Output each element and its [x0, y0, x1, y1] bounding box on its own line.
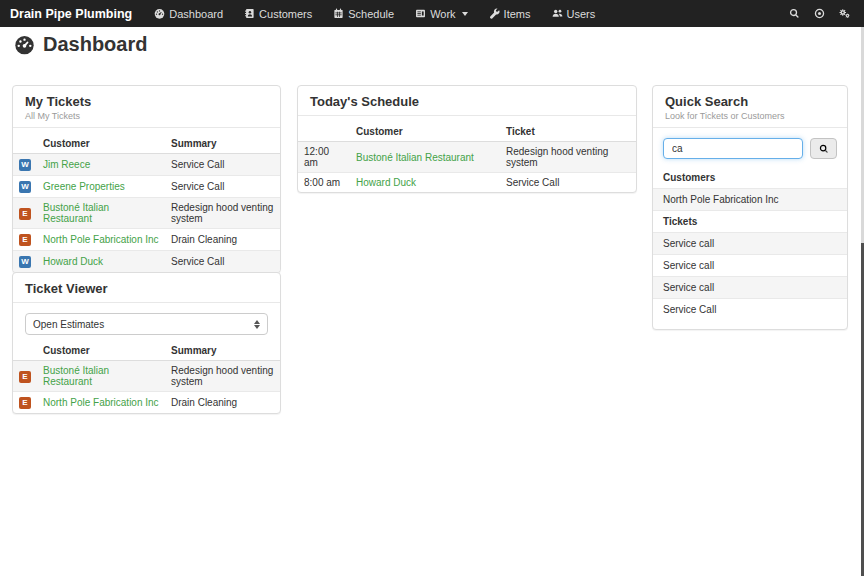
search-result-customer[interactable]: North Pole Fabrication Inc: [653, 188, 847, 210]
nav-label: Dashboard: [169, 8, 223, 20]
customers-icon: [244, 8, 255, 19]
ticket-type-badge: E: [19, 397, 31, 409]
items-icon: [489, 8, 500, 19]
nav-item-schedule[interactable]: Schedule: [333, 8, 394, 20]
nav-label: Work: [430, 8, 455, 20]
page-title: Dashboard: [43, 33, 147, 56]
card-header: My Tickets All My Tickets: [13, 86, 280, 128]
search-result-ticket[interactable]: Service call: [653, 254, 847, 276]
nav-item-users[interactable]: Users: [552, 8, 596, 20]
search-icon: [819, 144, 829, 154]
brand-link[interactable]: Drain Pipe Plumbing: [0, 7, 146, 21]
nav-item-items[interactable]: Items: [489, 8, 531, 20]
dot-circle-icon: [814, 8, 825, 19]
customer-link[interactable]: North Pole Fabrication Inc: [43, 397, 159, 408]
dashboard-icon: [154, 8, 165, 19]
navbar-settings-button[interactable]: [839, 8, 850, 19]
card-subtitle: All My Tickets: [25, 111, 268, 121]
card-header: Today's Schedule: [298, 86, 636, 116]
card-header: Quick Search Look for Tickets or Custome…: [653, 86, 847, 128]
quick-search-card: Quick Search Look for Tickets or Custome…: [652, 85, 848, 330]
ticket-type-badge: E: [19, 234, 31, 246]
customer-link[interactable]: Jim Reece: [43, 159, 90, 170]
quick-search-input[interactable]: [663, 138, 803, 159]
ticket-summary: Service Call: [165, 251, 280, 273]
customer-link[interactable]: Howard Duck: [43, 256, 103, 267]
nav-item-customers[interactable]: Customers: [244, 8, 312, 20]
table-row: W Greene Properties Service Call: [13, 176, 280, 198]
nav-item-dashboard[interactable]: Dashboard: [154, 8, 223, 20]
search-result-ticket[interactable]: Service call: [653, 232, 847, 254]
nav-label: Customers: [259, 8, 312, 20]
table-row: W Howard Duck Service Call: [13, 251, 280, 273]
ticket-filter-select[interactable]: Open Estimates: [25, 313, 268, 335]
top-navbar: Drain Pipe Plumbing Dashboard Customers …: [0, 0, 864, 27]
table-header-row: Customer Summary: [13, 134, 280, 154]
ticket-summary: Service Call: [165, 154, 280, 176]
card-title: Today's Schedule: [310, 94, 624, 109]
schedule-time: 12:00 am: [298, 142, 350, 173]
ticket-viewer-card: Ticket Viewer Open Estimates Customer Su…: [12, 272, 281, 414]
table-row: E North Pole Fabrication Inc Drain Clean…: [13, 392, 280, 414]
quick-search-bar: [663, 138, 837, 159]
card-header: Ticket Viewer: [13, 273, 280, 303]
table-row: E Bustoné Italian Restaurant Redesign ho…: [13, 361, 280, 392]
search-result-ticket[interactable]: Service Call: [653, 298, 847, 320]
navbar-search-button[interactable]: [789, 8, 800, 19]
nav-label: Items: [504, 8, 531, 20]
my-tickets-card: My Tickets All My Tickets Customer Summa…: [12, 85, 281, 273]
ticket-summary: Redesign hood venting system: [165, 198, 280, 229]
cogs-icon: [839, 8, 850, 19]
ticket-viewer-table: Customer Summary E Bustoné Italian Resta…: [13, 341, 280, 413]
ticket-type-badge: E: [19, 371, 31, 383]
navbar-right-tools: [789, 8, 864, 19]
ticket-summary: Redesign hood venting system: [500, 142, 636, 173]
column-header: Ticket: [500, 122, 636, 142]
customer-link[interactable]: North Pole Fabrication Inc: [43, 234, 159, 245]
nav-label: Schedule: [348, 8, 394, 20]
chevron-down-icon: [462, 12, 468, 16]
customer-link[interactable]: Howard Duck: [356, 177, 416, 188]
dashboard-icon: [14, 34, 35, 55]
column-header: Customer: [350, 122, 500, 142]
table-row: W Jim Reece Service Call: [13, 154, 280, 176]
column-header: Summary: [165, 341, 280, 361]
navbar-target-button[interactable]: [814, 8, 825, 19]
ticket-summary: Drain Cleaning: [165, 392, 280, 414]
work-icon: [415, 8, 426, 19]
table-row: 8:00 am Howard Duck Service Call: [298, 173, 636, 193]
card-subtitle: Look for Tickets or Customers: [665, 111, 835, 121]
dashboard-page: Drain Pipe Plumbing Dashboard Customers …: [0, 0, 864, 576]
ticket-type-badge: W: [19, 256, 31, 268]
card-title: My Tickets: [25, 94, 268, 109]
quick-search-button[interactable]: [810, 138, 837, 159]
ticket-summary: Service Call: [500, 173, 636, 193]
table-row: 12:00 am Bustoné Italian Restaurant Rede…: [298, 142, 636, 173]
table-row: E North Pole Fabrication Inc Drain Clean…: [13, 229, 280, 251]
ticket-type-badge: E: [19, 208, 31, 220]
table-header-row: Customer Ticket: [298, 122, 636, 142]
results-section-header: Customers: [653, 167, 847, 188]
ticket-summary: Redesign hood venting system: [165, 361, 280, 392]
schedule-icon: [333, 8, 344, 19]
customer-link[interactable]: Greene Properties: [43, 181, 125, 192]
nav-item-work[interactable]: Work: [415, 8, 467, 20]
card-title: Quick Search: [665, 94, 835, 109]
page-header: Dashboard: [14, 33, 147, 56]
search-result-ticket[interactable]: Service call: [653, 276, 847, 298]
card-title: Ticket Viewer: [25, 281, 268, 296]
results-section-header: Tickets: [653, 210, 847, 232]
nav-label: Users: [567, 8, 596, 20]
ticket-summary: Drain Cleaning: [165, 229, 280, 251]
customer-link[interactable]: Bustoné Italian Restaurant: [356, 152, 474, 163]
column-header: Summary: [165, 134, 280, 154]
users-icon: [552, 8, 563, 19]
ticket-type-badge: W: [19, 159, 31, 171]
ticket-type-badge: W: [19, 181, 31, 193]
column-header: Customer: [37, 134, 165, 154]
customer-link[interactable]: Bustoné Italian Restaurant: [43, 365, 109, 387]
selected-filter-value: Open Estimates: [33, 319, 104, 330]
main-nav: Dashboard Customers Schedule Work Items: [154, 8, 595, 20]
schedule-table: Customer Ticket 12:00 am Bustoné Italian…: [298, 122, 636, 192]
customer-link[interactable]: Bustoné Italian Restaurant: [43, 202, 109, 224]
